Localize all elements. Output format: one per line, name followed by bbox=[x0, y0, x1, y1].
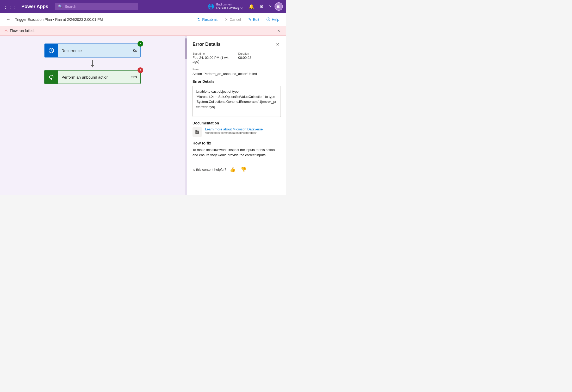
settings-button[interactable]: ⚙ bbox=[257, 2, 266, 11]
panel-close-button[interactable]: ✕ bbox=[274, 41, 281, 48]
start-time-label: Start time bbox=[192, 52, 235, 55]
environment-selector[interactable]: 🌐 Environment RetailFLWStaging bbox=[208, 3, 243, 10]
environment-label: Environment bbox=[216, 3, 243, 6]
recurrence-step-label: Recurrence bbox=[58, 48, 130, 53]
error-details-panel: Error Details ✕ Start time Feb 24, 02:00… bbox=[187, 36, 286, 195]
back-button[interactable]: ← bbox=[4, 16, 12, 23]
canvas-scrollbar[interactable] bbox=[185, 36, 187, 195]
step-recurrence[interactable]: Recurrence 0s bbox=[44, 43, 141, 58]
unbound-step-duration: 23s bbox=[128, 75, 140, 79]
doc-link[interactable]: Learn more about Microsoft Dataverse /co… bbox=[192, 127, 281, 137]
duration-label: Duration bbox=[238, 52, 281, 55]
unbound-step-label: Perform an unbound action bbox=[58, 75, 128, 79]
help-button[interactable]: ? bbox=[267, 2, 273, 11]
how-to-fix-text: To make this flow work, inspect the inpu… bbox=[192, 147, 281, 157]
panel-meta-grid: Start time Feb 24, 02:00 PM (1 wk ago) D… bbox=[192, 52, 281, 64]
connector-arrow bbox=[91, 65, 94, 67]
start-time-value: Feb 24, 02:00 PM (1 wk ago) bbox=[192, 56, 235, 64]
panel-title: Error Details bbox=[192, 42, 221, 47]
step-recurrence-wrapper: Recurrence 0s ✓ bbox=[44, 43, 141, 58]
globe-icon: 🌐 bbox=[208, 3, 214, 10]
how-to-fix-title: How to fix bbox=[192, 141, 281, 145]
cancel-icon: ✕ bbox=[225, 17, 228, 22]
resubmit-label: Resubmit bbox=[202, 17, 217, 22]
help-circle-icon: ⓘ bbox=[266, 17, 270, 22]
grid-icon[interactable]: ⋮⋮⋮ bbox=[3, 4, 17, 9]
subheader-actions: ↻ Resubmit ✕ Cancel ✎ Edit ⓘ Help bbox=[195, 15, 282, 23]
step-unbound-wrapper: Perform an unbound action 23s ! bbox=[44, 70, 141, 84]
cancel-label: Cancel bbox=[229, 17, 241, 22]
resubmit-button[interactable]: ↻ Resubmit bbox=[195, 15, 220, 23]
avatar[interactable]: IK bbox=[275, 2, 283, 11]
error-value: Action 'Perform_an_unbound_action' faile… bbox=[192, 72, 281, 76]
edit-icon: ✎ bbox=[248, 17, 251, 22]
thumbs-up-button[interactable]: 👍 bbox=[228, 166, 237, 173]
canvas-scrollbar-thumb bbox=[185, 38, 187, 59]
subheader: ← Trigger Execution Plan • Ran at 2/24/2… bbox=[0, 13, 286, 26]
app-title: Power Apps bbox=[21, 4, 48, 9]
error-details-box: Unable to cast object of type 'Microsoft… bbox=[192, 86, 281, 117]
helpful-label: Is this content helpful? bbox=[192, 168, 226, 172]
duration-meta: Duration 00:00:23 bbox=[238, 52, 281, 64]
error-circle-icon: ⚠ bbox=[4, 28, 8, 33]
duration-value: 00:00:23 bbox=[238, 56, 281, 60]
thumbs-down-button[interactable]: 👎 bbox=[239, 166, 248, 173]
flow-steps-container: Recurrence 0s ✓ Perform an un bbox=[44, 43, 141, 84]
unbound-step-icon bbox=[45, 71, 58, 84]
recurrence-step-duration: 0s bbox=[130, 48, 140, 53]
cancel-button[interactable]: ✕ Cancel bbox=[222, 16, 244, 23]
doc-text-group: Learn more about Microsoft Dataverse /co… bbox=[205, 127, 263, 134]
flow-canvas[interactable]: Recurrence 0s ✓ Perform an un bbox=[0, 36, 185, 195]
error-banner-text: Flow run failed. bbox=[10, 29, 273, 33]
step-connector bbox=[44, 58, 141, 70]
error-details-subsection-title: Error Details bbox=[192, 79, 281, 84]
helpful-row: Is this content helpful? 👍 👎 bbox=[192, 163, 281, 173]
start-time-meta: Start time Feb 24, 02:00 PM (1 wk ago) bbox=[192, 52, 235, 64]
help-label: Help bbox=[272, 17, 279, 22]
environment-value: RetailFLWStaging bbox=[216, 6, 243, 10]
dataverse-doc-icon bbox=[192, 127, 202, 137]
edit-label: Edit bbox=[253, 17, 259, 22]
search-input[interactable] bbox=[65, 4, 135, 9]
documentation-section: Learn more about Microsoft Dataverse /co… bbox=[192, 127, 281, 137]
unbound-status-badge: ! bbox=[138, 67, 143, 73]
recurrence-status-badge: ✓ bbox=[138, 41, 143, 47]
resubmit-icon: ↻ bbox=[197, 17, 201, 22]
main-content: Recurrence 0s ✓ Perform an un bbox=[0, 36, 286, 195]
search-bar[interactable]: 🔍 bbox=[55, 3, 138, 10]
recurrence-step-icon bbox=[45, 44, 58, 57]
error-label: Error bbox=[192, 68, 281, 71]
error-banner-close-button[interactable]: ✕ bbox=[276, 28, 282, 33]
doc-link-title[interactable]: Learn more about Microsoft Dataverse bbox=[205, 127, 263, 131]
page-title: Trigger Execution Plan • Ran at 2/24/202… bbox=[15, 17, 103, 22]
doc-link-url: /connectors/commondataserviceforapps/ bbox=[205, 131, 263, 134]
step-unbound[interactable]: Perform an unbound action 23s bbox=[44, 70, 141, 84]
error-banner: ⚠ Flow run failed. ✕ bbox=[0, 26, 286, 36]
panel-header: Error Details ✕ bbox=[192, 41, 281, 48]
top-navigation: ⋮⋮⋮ Power Apps 🔍 🌐 Environment RetailFLW… bbox=[0, 0, 286, 13]
help-nav-button[interactable]: ⓘ Help bbox=[264, 16, 282, 23]
nav-right-actions: 🌐 Environment RetailFLWStaging 🔔 ⚙ ? IK bbox=[208, 2, 283, 11]
search-icon: 🔍 bbox=[58, 4, 63, 9]
connector-line bbox=[92, 60, 93, 65]
documentation-title: Documentation bbox=[192, 121, 281, 125]
edit-button[interactable]: ✎ Edit bbox=[246, 16, 262, 23]
notifications-button[interactable]: 🔔 bbox=[246, 2, 256, 11]
